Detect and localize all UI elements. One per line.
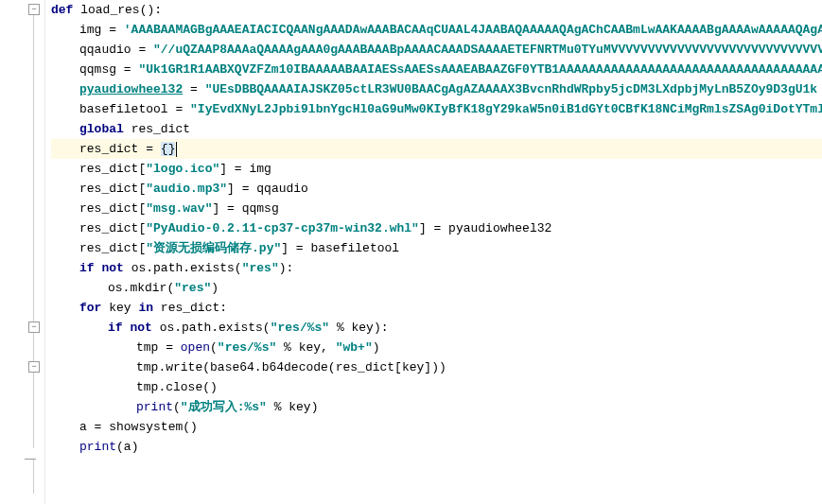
- eq: =: [289, 241, 310, 255]
- code-line[interactable]: res_dict["资源无损编码储存.py"] = basefiletool: [51, 238, 822, 258]
- var: res_dict: [161, 301, 219, 315]
- punct: ]: [227, 182, 235, 196]
- punct: (: [328, 360, 336, 374]
- code-line[interactable]: res_dict["logo.ico"] = img: [51, 159, 822, 179]
- code-line[interactable]: img = 'AAABAAMAGBgAAAEAIACICQAANgAAADAwA…: [51, 20, 822, 40]
- punct: ]: [219, 162, 227, 176]
- code-line[interactable]: a = showsystem(): [51, 417, 822, 437]
- func-call: tmp.close: [136, 380, 202, 394]
- var: qqaudio: [79, 43, 131, 57]
- code-editor[interactable]: − − − def load_res(): img = 'AAABAAMAGBg…: [0, 0, 822, 504]
- punct: ]: [424, 360, 431, 374]
- var: qqmsg: [79, 62, 116, 77]
- string-literal: "wb+": [336, 340, 373, 355]
- gutter: − − −: [0, 0, 45, 504]
- comma: ,: [321, 340, 336, 355]
- var: tmp: [136, 340, 158, 355]
- eq: =: [87, 420, 109, 434]
- punct: (: [202, 380, 210, 394]
- fold-icon[interactable]: −: [28, 4, 40, 15]
- code-line[interactable]: def load_res():: [51, 0, 822, 20]
- punct: (: [202, 360, 210, 374]
- string-literal: "IyEvdXNyL2Jpbi9lbnYgcHl0aG9uMw0KIyBfK18…: [190, 102, 822, 116]
- builtin-open: open: [181, 340, 210, 355]
- keyword-not: not: [130, 321, 151, 335]
- eq: =: [168, 102, 190, 116]
- code-line[interactable]: res_dict["msg.wav"] = qqmsg: [51, 199, 822, 218]
- punct: (: [235, 261, 242, 275]
- var: img: [79, 23, 101, 37]
- code-line[interactable]: qqmsg = "Uk1GR1R1AABXQVZFZm10IBAAAAABAAI…: [51, 60, 822, 79]
- var: pyaudiowheel32: [448, 221, 551, 235]
- var: res_dict: [79, 142, 138, 156]
- code-line[interactable]: res_dict["PyAudio-0.2.11-cp37-cp37m-win3…: [51, 218, 822, 238]
- var: key: [109, 301, 131, 315]
- code-line[interactable]: if not os.path.exists("res/%s" % key):: [51, 318, 822, 338]
- code-line[interactable]: tmp.close(): [51, 377, 822, 397]
- pct-key: % key: [276, 340, 321, 355]
- var: res_dict: [79, 162, 138, 176]
- eq: =: [235, 182, 256, 196]
- punct: :: [219, 301, 227, 315]
- code-line[interactable]: tmp.write(base64.b64decode(res_dict[key]…: [51, 357, 822, 377]
- string-literal: "//uQZAAP8AAAaQAAAAgAAA0gAAABAAABpAAAACA…: [153, 43, 822, 57]
- code-line[interactable]: if not os.path.exists("res"):: [51, 258, 822, 278]
- code-line[interactable]: print(a): [51, 437, 822, 457]
- string-literal: "logo.ico": [146, 162, 219, 176]
- var: qqmsg: [242, 201, 279, 216]
- punct: ): [210, 380, 218, 394]
- string-literal: "res/%s": [271, 321, 329, 335]
- code-line[interactable]: print("成功写入:%s" % key): [51, 397, 822, 417]
- code-line[interactable]: global res_dict: [51, 119, 822, 139]
- code-line[interactable]: pyaudiowheel32 = "UEsDBBQAAAAIAJSKZ05ctL…: [51, 79, 822, 99]
- string-literal: "res": [242, 261, 279, 275]
- code-line-current[interactable]: res_dict = {}: [51, 139, 822, 159]
- punct: :: [381, 321, 389, 335]
- string-literal: "msg.wav": [146, 201, 212, 216]
- string-literal: "UEsDBBQAAAAIAJSKZ05ctLR3WU0BAACgAgAZAAA…: [205, 82, 818, 96]
- punct: (: [183, 420, 190, 434]
- eq: =: [116, 62, 138, 77]
- code-line[interactable]: res_dict["audio.mp3"] = qqaudio: [51, 179, 822, 199]
- code-area[interactable]: def load_res(): img = 'AAABAAMAGBgAAAEAI…: [45, 0, 822, 504]
- string-literal: "成功写入:%s": [181, 400, 267, 414]
- code-line[interactable]: basefiletool = "IyEvdXNyL2Jpbi9lbnYgcHl0…: [51, 99, 822, 119]
- builtin-print: print: [136, 400, 173, 414]
- punct: ): [211, 281, 219, 295]
- code-line[interactable]: qqaudio = "//uQZAAP8AAAaQAAAAgAAA0gAAABA…: [51, 40, 822, 60]
- punct: ): [373, 340, 380, 355]
- func-call: showsystem: [109, 420, 183, 434]
- var: res_dict: [79, 182, 138, 196]
- keyword-global: global: [79, 122, 124, 136]
- var: a: [79, 420, 87, 434]
- punct: [: [394, 360, 402, 374]
- func-call: os.path.exists: [160, 321, 263, 335]
- keyword-in: in: [138, 301, 153, 315]
- string-literal: 'AAABAAMAGBgAAAEAIACICQAANgAAADAwAAABACA…: [124, 23, 822, 37]
- var-link[interactable]: pyaudiowheel32: [79, 82, 183, 96]
- eq: =: [138, 142, 160, 156]
- var: basefiletool: [79, 102, 168, 116]
- code-line[interactable]: tmp = open("res/%s" % key, "wb+"): [51, 338, 822, 357]
- fold-icon[interactable]: [25, 448, 36, 460]
- pct-key: % key: [329, 321, 374, 335]
- keyword-def: def: [51, 3, 73, 17]
- code-line[interactable]: os.mkdir("res"): [51, 278, 822, 298]
- func-call: base64.b64decode: [210, 360, 328, 374]
- var: res_dict: [131, 122, 190, 136]
- code-line[interactable]: for key in res_dict:: [51, 298, 822, 318]
- builtin-print: print: [79, 440, 116, 454]
- eq: =: [227, 162, 249, 176]
- caret: [176, 142, 177, 157]
- punct: :: [154, 3, 162, 17]
- eq: =: [219, 201, 241, 216]
- func-call: tmp.write: [136, 360, 202, 374]
- fold-icon[interactable]: −: [28, 322, 40, 333]
- selected-text: {}: [161, 142, 176, 156]
- func-call: os.path.exists: [131, 261, 235, 275]
- fold-line: [33, 15, 34, 494]
- eq: =: [101, 23, 123, 37]
- string-literal: "audio.mp3": [146, 182, 227, 196]
- fold-icon[interactable]: −: [28, 361, 40, 373]
- punct: ): [374, 321, 381, 335]
